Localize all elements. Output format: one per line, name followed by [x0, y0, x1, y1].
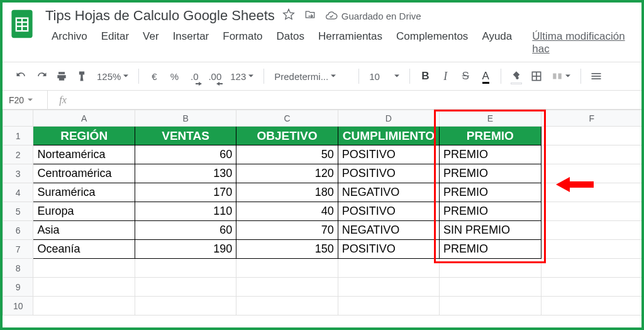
- menu-insertar[interactable]: Insertar: [167, 28, 216, 58]
- spreadsheet-grid[interactable]: A B C D E F 1 REGIÓN VENTAS OBJETIVO CUM…: [3, 110, 641, 316]
- undo-button[interactable]: [13, 67, 30, 86]
- col-header-E[interactable]: E: [440, 110, 541, 127]
- currency-button[interactable]: €: [145, 67, 163, 86]
- menu-ver[interactable]: Ver: [136, 28, 165, 58]
- cell[interactable]: PREMIO: [440, 164, 541, 183]
- cell[interactable]: [236, 278, 338, 297]
- menu-formato[interactable]: Formato: [216, 28, 269, 58]
- cell[interactable]: [338, 278, 439, 297]
- cell[interactable]: PREMIO: [440, 202, 541, 221]
- cloud-saved-icon[interactable]: Guardado en Drive: [325, 9, 421, 22]
- cell[interactable]: POSITIVO: [338, 164, 439, 183]
- cell[interactable]: [440, 259, 541, 278]
- paint-format-button[interactable]: [73, 67, 91, 86]
- number-format-dropdown[interactable]: 123: [226, 71, 257, 82]
- row-header[interactable]: 9: [3, 278, 33, 297]
- menu-datos[interactable]: Datos: [270, 28, 311, 58]
- cell[interactable]: OBJETIVO: [236, 127, 338, 145]
- cell[interactable]: CUMPLIMIENTO: [338, 127, 439, 145]
- cell[interactable]: [541, 297, 641, 316]
- cell[interactable]: NEGATIVO: [338, 221, 439, 240]
- cell[interactable]: [541, 240, 641, 259]
- cell[interactable]: 50: [236, 145, 338, 164]
- cell[interactable]: [541, 164, 641, 183]
- row-header[interactable]: 5: [3, 202, 33, 221]
- row-header[interactable]: 8: [3, 259, 33, 278]
- cell[interactable]: [33, 297, 135, 316]
- cell[interactable]: [541, 183, 641, 202]
- row-header[interactable]: 6: [3, 221, 33, 240]
- cell[interactable]: VENTAS: [135, 127, 236, 145]
- cell[interactable]: REGIÓN: [33, 127, 135, 145]
- cell[interactable]: [440, 278, 541, 297]
- col-header-C[interactable]: C: [236, 110, 338, 127]
- italic-button[interactable]: I: [436, 67, 454, 86]
- menu-archivo[interactable]: Archivo: [45, 28, 94, 58]
- zoom-dropdown[interactable]: 125%: [93, 71, 132, 82]
- name-box[interactable]: F20: [3, 91, 48, 109]
- row-header[interactable]: 10: [3, 297, 33, 316]
- cell[interactable]: POSITIVO: [338, 240, 439, 259]
- cell[interactable]: 110: [135, 202, 236, 221]
- merge-cells-button[interactable]: [548, 71, 574, 82]
- menu-complementos[interactable]: Complementos: [390, 28, 474, 58]
- cell[interactable]: PREMIO: [440, 240, 541, 259]
- cell[interactable]: [33, 259, 135, 278]
- col-header-B[interactable]: B: [135, 110, 236, 127]
- row-header[interactable]: 1: [3, 127, 33, 145]
- cell[interactable]: PREMIO: [440, 145, 541, 164]
- font-size-dropdown[interactable]: 10: [365, 71, 403, 82]
- sheets-logo-icon[interactable]: [9, 6, 35, 42]
- row-header[interactable]: 4: [3, 183, 33, 202]
- cell[interactable]: [541, 221, 641, 240]
- cell[interactable]: Norteamérica: [33, 145, 135, 164]
- col-header-A[interactable]: A: [33, 110, 135, 127]
- star-icon[interactable]: [282, 8, 295, 23]
- more-toolbar-button[interactable]: [587, 67, 605, 86]
- cell[interactable]: 60: [135, 145, 236, 164]
- bold-button[interactable]: B: [416, 67, 434, 86]
- col-header-D[interactable]: D: [338, 110, 439, 127]
- cell[interactable]: [541, 127, 641, 145]
- cell[interactable]: [236, 297, 338, 316]
- move-icon[interactable]: [304, 8, 316, 23]
- cell[interactable]: 130: [135, 164, 236, 183]
- cell[interactable]: PREMIO: [440, 183, 541, 202]
- cell[interactable]: [236, 259, 338, 278]
- cell[interactable]: Centroamérica: [33, 164, 135, 183]
- cell[interactable]: [338, 259, 439, 278]
- select-all-corner[interactable]: [3, 110, 33, 127]
- cell[interactable]: Europa: [33, 202, 135, 221]
- text-color-button[interactable]: A: [477, 67, 494, 86]
- cell[interactable]: 60: [135, 221, 236, 240]
- cell[interactable]: [541, 145, 641, 164]
- cell[interactable]: [135, 259, 236, 278]
- cell[interactable]: 170: [135, 183, 236, 202]
- menu-ayuda[interactable]: Ayuda: [475, 28, 518, 58]
- col-header-F[interactable]: F: [541, 110, 641, 127]
- cell[interactable]: SIN PREMIO: [440, 221, 541, 240]
- document-title[interactable]: Tips Hojas de Calculo Google Sheets: [45, 8, 275, 24]
- row-header[interactable]: 2: [3, 145, 33, 164]
- last-modified-link[interactable]: Última modificación hac: [526, 28, 635, 58]
- borders-button[interactable]: [528, 67, 545, 86]
- cell[interactable]: 180: [236, 183, 338, 202]
- cell[interactable]: POSITIVO: [338, 202, 439, 221]
- fill-color-button[interactable]: [508, 67, 525, 86]
- cell[interactable]: [33, 278, 135, 297]
- menu-herramientas[interactable]: Herramientas: [312, 28, 389, 58]
- cell[interactable]: 70: [236, 221, 338, 240]
- row-header[interactable]: 3: [3, 164, 33, 183]
- font-dropdown[interactable]: Predetermi...: [270, 71, 352, 82]
- cell[interactable]: [135, 297, 236, 316]
- menu-editar[interactable]: Editar: [95, 28, 135, 58]
- cell[interactable]: [541, 259, 641, 278]
- cell[interactable]: POSITIVO: [338, 145, 439, 164]
- strikethrough-button[interactable]: S: [457, 67, 474, 86]
- cell[interactable]: Asia: [33, 221, 135, 240]
- redo-button[interactable]: [33, 67, 50, 86]
- cell[interactable]: [541, 202, 641, 221]
- cell[interactable]: 150: [236, 240, 338, 259]
- cell[interactable]: Suramérica: [33, 183, 135, 202]
- decrease-decimal-button[interactable]: .0: [186, 67, 203, 86]
